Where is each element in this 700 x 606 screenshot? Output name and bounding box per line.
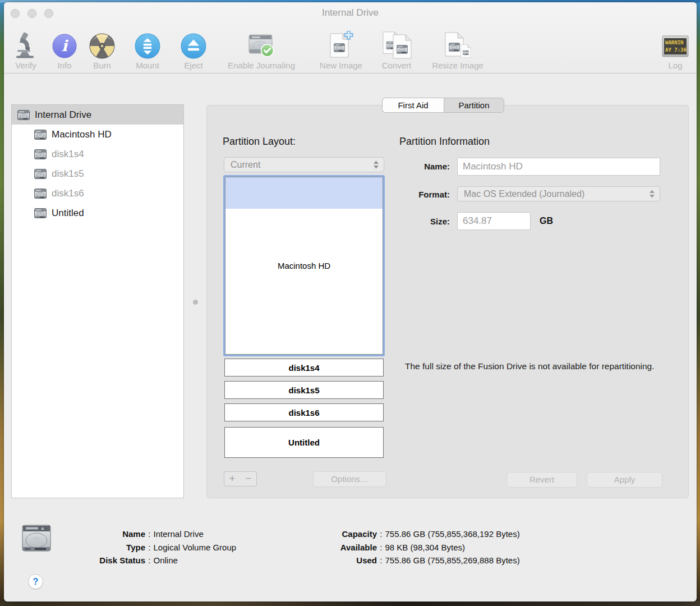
convert-icon [381,29,412,59]
splitter-handle[interactable] [193,300,198,305]
partition-box-disk1s5[interactable]: disk1s5 [224,381,384,399]
window-title: Internal Drive [4,7,697,19]
toolbar-label: Burn [93,61,111,70]
sidebar-item-disk1s5[interactable]: disk1s5 [12,164,183,183]
desktop-wallpaper-bottom [0,601,700,606]
name-field-label: Name: [360,162,450,171]
mount-button[interactable]: Mount [128,21,167,70]
enable-journaling-button[interactable]: Enable Journaling [214,21,309,70]
partition-name-input[interactable] [457,158,660,176]
eject-icon [181,29,206,59]
microscope-icon [15,29,37,59]
sidebar-item-macintosh-hd[interactable]: Macintosh HD [12,125,183,144]
size-unit-label: GB [540,216,553,226]
partition-box-body: Macintosh HD [225,177,383,355]
sidebar-item-disk1s6[interactable]: disk1s6 [12,183,183,203]
partition-box-untitled[interactable]: Untitled [224,427,384,458]
sidebar-item-disk1s4[interactable]: disk1s4 [12,144,183,164]
drive-icon [34,187,48,199]
burn-button[interactable]: Burn [84,21,120,70]
revert-button[interactable]: Revert [506,472,577,488]
toolbar-label: Enable Journaling [228,61,295,70]
drive-icon [34,128,48,140]
sidebar-item-label: Macintosh HD [52,129,112,140]
device-status-right: Capacity : 755.86 GB (755,855,368,192 By… [304,527,520,567]
status-row: Disk Status : Online [66,554,236,567]
partition-information-heading: Partition Information [399,136,490,148]
sidebar-item-label: Internal Drive [35,109,91,121]
options-button[interactable]: Options… [313,471,386,487]
sidebar-item-untitled[interactable]: Untitled [12,203,183,223]
resize-image-icon [443,29,473,59]
device-sidebar: Internal Drive Macintosh HD disk1s4 disk… [11,104,184,498]
partition-box-label: Macintosh HD [225,177,383,354]
toolbar-label: Info [57,61,71,70]
resize-image-button[interactable]: Resize Image [425,21,490,70]
size-field-label: Size: [360,217,450,226]
device-status-left: Name : Internal Drive Type : Logical Vol… [66,527,236,567]
sidebar-item-label: Untitled [52,208,84,219]
toolbar-label: New Image [320,61,362,70]
titlebar-toolbar: Internal Drive Verify i [4,2,697,74]
add-partition-button[interactable]: + [224,471,241,486]
toolbar-label: Eject [184,61,202,70]
format-value: Mac OS Extended (Journaled) [458,189,649,199]
sidebar-item-label: disk1s5 [52,168,84,180]
tab-first-aid[interactable]: First Aid [382,98,444,113]
apply-button[interactable]: Apply [587,472,662,488]
burn-icon [89,29,115,59]
partition-box-macintosh-hd[interactable]: Macintosh HD [223,175,385,356]
info-button[interactable]: i Info [48,21,81,70]
log-screen-line2: AY 7:36 [665,47,687,53]
close-button[interactable] [11,9,20,18]
remove-partition-button[interactable]: − [240,471,257,486]
status-row: Name : Internal Drive [66,527,236,541]
chevron-updown-icon [649,189,655,199]
help-button[interactable]: ? [28,574,43,589]
fusion-drive-note: The full size of the Fusion Drive is not… [405,360,662,373]
drive-icon [17,109,31,121]
sidebar-item-internal-drive[interactable]: Internal Drive [12,105,183,125]
partition-layout-heading: Partition Layout: [223,136,296,148]
internal-drive-icon [20,523,53,557]
drive-icon [34,207,48,219]
status-row: Capacity : 755.86 GB (755,855,368,192 By… [304,527,520,541]
drive-icon [34,148,48,160]
partition-size-input[interactable] [457,212,531,230]
drive-icon [34,168,48,180]
partition-box-disk1s6[interactable]: disk1s6 [224,403,384,421]
minimize-button[interactable] [27,9,36,18]
toolbar-label: Log [668,61,682,70]
log-screen-line1: WARNIN [665,40,684,45]
sidebar-item-label: disk1s6 [52,188,84,199]
status-row: Type : Logical Volume Group [66,541,236,554]
toolbar-label: Convert [382,61,412,70]
toolbar-label: Verify [15,61,36,70]
status-row: Available : 98 KB (98,304 Bytes) [304,541,520,554]
zoom-button[interactable] [44,9,53,18]
format-select[interactable]: Mac OS Extended (Journaled) [457,186,660,201]
verify-button[interactable]: Verify [6,21,45,70]
mount-icon [135,29,160,59]
info-icon: i [52,29,77,59]
sidebar-item-label: disk1s4 [52,149,84,160]
log-button[interactable]: WARNIN AY 7:36 Log [656,21,695,70]
convert-button[interactable]: Convert [371,21,422,70]
new-image-icon [326,29,356,59]
format-field-label: Format: [360,190,450,199]
drive-check-icon [247,29,275,59]
tab-partition[interactable]: Partition [444,98,504,113]
new-image-button[interactable]: New Image [310,21,372,70]
status-row: Used : 755.86 GB (755,855,269,888 Bytes) [304,554,520,567]
disk-utility-window: Internal Drive Verify i [4,2,697,602]
toolbar-label: Resize Image [432,61,483,70]
eject-button[interactable]: Eject [176,21,211,70]
partition-box-disk1s4[interactable]: disk1s4 [224,359,384,377]
partition-layout-value: Current [224,160,373,170]
log-console-icon: WARNIN AY 7:36 [662,29,689,59]
toolbar-label: Mount [136,61,159,70]
